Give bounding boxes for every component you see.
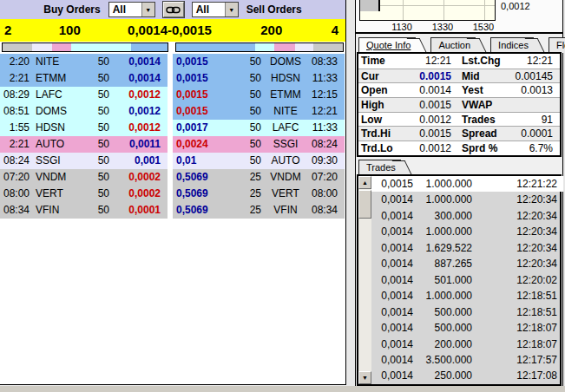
- sell-order-row[interactable]: 0,5069 25 VFIN 08:34: [173, 202, 345, 219]
- order-time: 1:55: [0, 120, 30, 136]
- order-size: 50: [228, 103, 261, 120]
- quote-value: 12:21: [514, 54, 553, 69]
- quote-label: High: [361, 98, 410, 112]
- buy-summary: 2 100 0,0014: [0, 19, 168, 42]
- tab[interactable]: Auction: [430, 37, 476, 53]
- trade-price: 0,0014: [371, 256, 413, 271]
- bid-price: 0,0002: [109, 169, 168, 186]
- trade-time: 12:20:34: [472, 208, 557, 224]
- sell-order-row[interactable]: 0,0024 50 SSGI 08:24: [173, 136, 345, 153]
- tab[interactable]: Flow: [549, 37, 565, 53]
- trade-row: 0,0014 887.265 12:20:34: [371, 256, 563, 271]
- chevron-down-icon[interactable]: ▼: [141, 3, 154, 16]
- scroll-down-button[interactable]: ▼: [358, 371, 371, 384]
- buy-order-row[interactable]: 1:55 HDSN 50 0,0012: [0, 120, 168, 136]
- trades-scrollbar[interactable]: ▲ ▼: [358, 176, 371, 384]
- buy-order-row[interactable]: 08:34 VFIN 50 0,0001: [0, 202, 168, 219]
- tab[interactable]: Quote Info: [358, 37, 416, 53]
- sell-order-row[interactable]: 0,0015 50 DOMS 08:33: [173, 54, 345, 70]
- bid-price: 0,0001: [109, 202, 168, 219]
- trade-row: 0,0014 1.000.000 12:20:34: [371, 224, 563, 239]
- quote-label: Open: [361, 83, 410, 97]
- buy-filter-dropdown[interactable]: All ▼: [108, 2, 155, 17]
- quote-label: Spread: [451, 127, 514, 140]
- trade-row: 0,0014 3.500.000 12:17:57: [371, 352, 563, 368]
- buy-order-row[interactable]: 08:51 DOMS 50 0,0012: [0, 103, 168, 120]
- sell-volume: 200: [260, 19, 282, 42]
- trade-price: 0,0014: [371, 240, 413, 256]
- sell-filter-dropdown[interactable]: All ▼: [192, 2, 239, 17]
- ask-price: 0,5069: [173, 186, 228, 202]
- trade-price: 0,0014: [371, 368, 413, 383]
- trade-price: 0,0014: [371, 288, 413, 304]
- quote-label: Trd.Hi: [361, 127, 410, 140]
- sell-order-row[interactable]: 0,0015 50 HDSN 11:33: [173, 70, 345, 87]
- tab-label: Quote Info: [366, 40, 411, 50]
- depth-segment: [295, 43, 313, 51]
- order-time: 08:34: [0, 202, 30, 219]
- order-size: 25: [228, 202, 261, 219]
- buy-order-row[interactable]: 08:00 VERT 50 0,0002: [0, 186, 168, 202]
- order-time: 08:51: [0, 103, 30, 120]
- quote-row: Low 0.0012 Trades 91: [358, 112, 560, 127]
- quote-label: VWAP: [451, 98, 514, 112]
- quote-label: Low: [361, 113, 410, 127]
- info-tabs: Quote Info Auction Indices Flow: [358, 37, 565, 53]
- gridline: [484, 0, 485, 20]
- sell-order-row[interactable]: 0,5069 25 VNDM 07:20: [173, 169, 345, 186]
- market-maker-id: NITE: [30, 54, 76, 70]
- order-time: 08:00: [310, 186, 345, 202]
- buy-order-row[interactable]: 2:20 NITE 50 0,0014: [0, 54, 168, 70]
- trade-volume: 500.000: [413, 320, 472, 336]
- tab-label: Auction: [438, 40, 470, 50]
- quote-row: Cur 0.0015 Mid 0.00145: [358, 69, 560, 83]
- depth-segment: [3, 43, 32, 51]
- sell-order-row[interactable]: 0,5069 25 VERT 08:00: [173, 186, 345, 202]
- order-size: 25: [228, 186, 261, 202]
- chevron-down-icon[interactable]: ▼: [225, 3, 238, 16]
- depth-segment: [52, 43, 71, 51]
- bid-price: 0,001: [109, 153, 168, 169]
- depth-segment: [71, 43, 131, 51]
- buy-order-row[interactable]: 07:20 VNDM 50 0,0002: [0, 169, 168, 186]
- trade-row: 0,0014 501.000 12:20:02: [371, 272, 563, 288]
- order-size: 50: [76, 136, 109, 153]
- sell-order-row[interactable]: 0,01 50 AUTO 09:30: [173, 153, 345, 169]
- order-size: 50: [228, 54, 261, 70]
- intraday-chart: 1130 1330 1530 0,0012: [356, 0, 562, 32]
- buy-order-row[interactable]: 08:29 LAFC 50 0,0012: [0, 87, 168, 103]
- market-maker-id: VFIN: [261, 202, 310, 219]
- chart-bar: [360, 0, 379, 11]
- tab-trades[interactable]: Trades: [358, 160, 401, 175]
- buy-order-row[interactable]: 2:21 ETMM 50 0,0014: [0, 70, 168, 87]
- arrow-down-icon: ▼: [362, 375, 368, 381]
- bid-price: 0,0014: [109, 54, 168, 70]
- buy-side: 2:20 NITE 50 0,0014 2:21 ETMM 50 0,0014 …: [0, 54, 168, 219]
- sell-filter-value: All: [193, 3, 225, 16]
- scroll-up-button[interactable]: ▲: [358, 176, 371, 189]
- sell-order-row[interactable]: 0,0015 50 NITE 12:21: [173, 103, 345, 120]
- trade-price: 0,0014: [371, 208, 413, 224]
- best-bid-price: 0,0014: [128, 19, 168, 42]
- buy-filter-value: All: [109, 3, 141, 16]
- sell-order-row[interactable]: 0,0017 50 LAFC 11:33: [173, 120, 345, 136]
- buy-order-row[interactable]: 08:24 SSGI 50 0,001: [0, 153, 168, 169]
- panel-divider: [346, 0, 355, 386]
- buy-order-count: 2: [4, 19, 11, 42]
- quote-value: 0.0001: [514, 127, 553, 140]
- buy-order-row[interactable]: 2:21 AUTO 50 0,0011: [0, 136, 168, 153]
- best-bid-ask-summary: 2 100 0,0014 -0,0015 200 4: [0, 19, 345, 42]
- sell-order-row[interactable]: 0,0015 50 ETMM 12:15: [173, 87, 345, 103]
- x-axis-tick: 1530: [466, 22, 501, 32]
- scrollbar-thumb[interactable]: [358, 190, 371, 219]
- link-orders-button[interactable]: [163, 2, 184, 17]
- tab[interactable]: Indices: [490, 37, 534, 53]
- ask-price: 0,0015: [173, 54, 228, 70]
- order-time: 12:21: [310, 103, 345, 120]
- quote-row: Trd.Lo 0.0012 Sprd % 6.7%: [358, 140, 560, 155]
- quote-label: Sprd %: [451, 141, 514, 155]
- order-size: 50: [76, 87, 109, 103]
- market-maker-id: HDSN: [30, 120, 76, 136]
- depth-segment: [313, 43, 343, 51]
- trade-price: 0,0014: [371, 336, 413, 352]
